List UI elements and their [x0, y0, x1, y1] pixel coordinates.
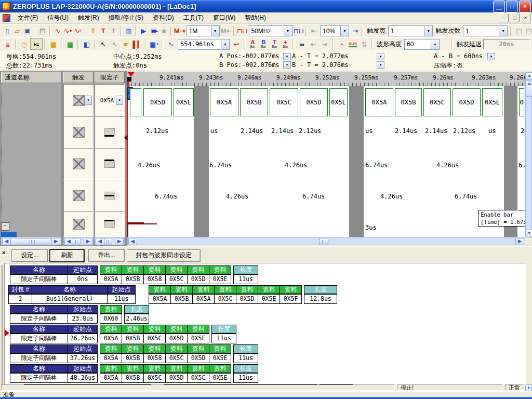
bar-analysis-icon[interactable]: ▌▎ — [132, 39, 143, 49]
uncompress-icon[interactable]: M⇤ — [221, 26, 232, 36]
sample-rate-combo[interactable]: 50MHz▼ — [249, 25, 292, 36]
close-button[interactable]: × — [519, 1, 531, 12]
refresh-button[interactable]: 刷新 — [50, 249, 84, 262]
sync-settings-button[interactable]: 封包与波形同步设定 — [127, 249, 201, 262]
pointer-icon[interactable]: ↖ — [98, 39, 109, 49]
scroll-right-icon[interactable]: ▶ — [515, 238, 524, 245]
qualifier-cell-a3[interactable] — [95, 211, 125, 237]
menu-item-5[interactable]: 工具(T) — [179, 12, 208, 23]
a-bar-icon[interactable]: ABar — [247, 39, 258, 49]
scroll-right-icon[interactable]: ▶ — [84, 238, 92, 245]
minimize-button[interactable]: ― — [493, 1, 505, 12]
names-hscrollbar[interactable]: ◀ ▶ — [1, 237, 61, 245]
bus-icon[interactable]: BUS — [347, 39, 358, 49]
qualifier-level-box[interactable] — [104, 160, 115, 168]
maximize-button[interactable]: □ — [506, 1, 518, 12]
chevron-down-icon[interactable]: ▼ — [85, 96, 92, 105]
waveform-hscroll-thumb[interactable] — [319, 238, 328, 245]
trigger-value-box[interactable] — [73, 190, 85, 201]
print-icon[interactable]: ▤ — [37, 26, 47, 36]
trigger-mark-icon[interactable]: T — [88, 26, 98, 36]
time-ruler[interactable]: 9.241ms9.243ms9.246ms9.249ms9.252ms9.255… — [127, 72, 525, 86]
scroll-left-icon[interactable]: ◀ — [2, 238, 11, 245]
prev-jump-icon[interactable]: ⇤ — [308, 39, 319, 49]
b-bar-icon[interactable]: BBar — [258, 39, 269, 49]
signal-edit-icon[interactable]: ∿• — [63, 26, 73, 36]
trigger-cell-a2[interactable] — [63, 180, 94, 211]
menu-item-0[interactable]: 文件(F) — [13, 12, 43, 23]
frequency-icon[interactable]: Hz — [30, 38, 43, 50]
t-bar-icon[interactable]: TBar — [269, 39, 280, 49]
menu-item-3[interactable]: 摄取/停止(S) — [104, 12, 148, 23]
mdi-close-button[interactable]: × — [521, 14, 530, 22]
vscroll-thumb[interactable]: ☰ — [526, 80, 532, 97]
trigger-page-combo[interactable]: 1▼ — [388, 25, 433, 36]
search-icon[interactable]: ∞ — [296, 39, 308, 49]
scroll-right-icon[interactable]: ▶ — [51, 238, 60, 245]
scroll-down-icon[interactable]: ▼ — [526, 230, 532, 237]
trigger-hscrollbar[interactable]: ◀ ▶ — [63, 237, 94, 245]
stop-icon[interactable]: ■ — [159, 26, 169, 36]
clock-icon[interactable]: ◷ — [19, 39, 30, 49]
save-icon[interactable]: ▣ — [22, 26, 32, 36]
qualifier-cell-a0[interactable] — [95, 116, 125, 148]
time-scale-combo[interactable]: 554.961ns▼ — [178, 39, 230, 50]
qualifier-level-box[interactable] — [104, 128, 115, 136]
waveform-display[interactable]: 9.241ms9.243ms9.246ms9.249ms9.252ms9.255… — [127, 72, 525, 237]
trigger-condition-icon[interactable]: T — [98, 26, 108, 36]
tree-collapse-button[interactable]: − — [1, 222, 9, 231]
sample-depth-combo[interactable]: 1M▼ — [187, 25, 220, 36]
run-icon[interactable]: ▶ — [139, 26, 149, 36]
qualifier-level-box[interactable] — [104, 192, 115, 200]
filter-icon[interactable]: ▥ — [124, 26, 134, 36]
add-bar-icon[interactable]: +Bar — [280, 39, 291, 49]
zoom-wave-icon[interactable]: ∿ — [165, 39, 177, 49]
pulse-width-icon[interactable]: ⊓⊔ — [237, 26, 247, 36]
panel-close-icon[interactable]: × — [2, 249, 5, 256]
qualifier-hscroll-thumb[interactable] — [104, 238, 112, 245]
mdi-restore-button[interactable]: □ — [510, 14, 520, 22]
layout-icon[interactable]: ◧ — [81, 39, 92, 49]
packet-list[interactable]: 名称起始点资料资料资料资料资料资料长度限定子间隔棒0ns0X5A0X5B0X58… — [4, 263, 526, 389]
menu-item-4[interactable]: 资料(D) — [148, 12, 179, 23]
chevron-down-icon[interactable]: ▼ — [487, 53, 495, 60]
mdi-minimize-button[interactable]: − — [499, 14, 509, 22]
export-button[interactable]: 导出... — [88, 249, 125, 262]
waveform-window-icon[interactable]: ▦ — [48, 39, 59, 49]
home-icon[interactable]: ⌂N — [2, 39, 14, 49]
menu-item-6[interactable]: 窗口(W) — [208, 12, 240, 23]
qualifier-cell-a2[interactable] — [95, 180, 125, 211]
trigger-delay-field[interactable]: 20ns — [483, 39, 530, 49]
revert-zoom-icon[interactable]: ↩ — [231, 39, 242, 49]
chevron-down-icon[interactable]: ▼ — [283, 61, 291, 69]
clock-pulse-icon[interactable]: ⊓⊔ — [294, 26, 304, 36]
scroll-left-icon[interactable]: ◀ — [96, 238, 104, 245]
trigger-cell-a1[interactable] — [63, 148, 94, 180]
waveform-vertical-scrollbar[interactable]: ▲ ☰ ▼ — [525, 72, 532, 237]
sampling-clock-icon[interactable]: ◔ — [336, 39, 347, 49]
select-pointer-icon[interactable]: ↖ — [109, 39, 121, 49]
menu-item-1[interactable]: 信号(U) — [43, 12, 73, 23]
bus-channel-label[interactable]: Bus1 — [1, 232, 17, 237]
compress-icon[interactable]: M⇥ — [174, 26, 185, 36]
trigger-value-box[interactable] — [73, 127, 85, 138]
qualifier-cell-a1[interactable] — [95, 148, 125, 180]
trigger-value-box[interactable] — [73, 158, 85, 169]
settings-button[interactable]: 设定... — [11, 249, 48, 262]
trigger-cell-a3[interactable] — [63, 211, 94, 237]
listing-window-icon[interactable]: ▦ — [64, 39, 76, 49]
wave-mode-icon[interactable]: ▦▼ — [149, 39, 160, 49]
signal-setup-icon[interactable]: ∿ — [52, 26, 62, 36]
pre-trigger-icon[interactable]: ⇤ — [309, 26, 319, 36]
qualifier-cell-bus1[interactable]: 0X5A▼ — [95, 84, 125, 116]
new-file-icon[interactable]: ▯ — [2, 26, 12, 36]
waveform-hscrollbar[interactable]: ◀ ▶ — [127, 237, 525, 245]
chevron-down-icon[interactable]: ▼ — [116, 96, 123, 105]
chevron-down-icon[interactable]: ▼ — [377, 61, 384, 69]
trigger-cell-bus1[interactable]: ▼ — [63, 84, 94, 116]
trigger-hscroll-thumb[interactable] — [73, 238, 81, 245]
qualifier-hscrollbar[interactable]: ◀ ▶ — [95, 237, 125, 245]
trigger-value-box[interactable] — [73, 219, 85, 230]
open-file-icon[interactable]: ▱ — [12, 26, 22, 36]
stack-panel2-icon[interactable]: ▤ — [524, 26, 532, 36]
